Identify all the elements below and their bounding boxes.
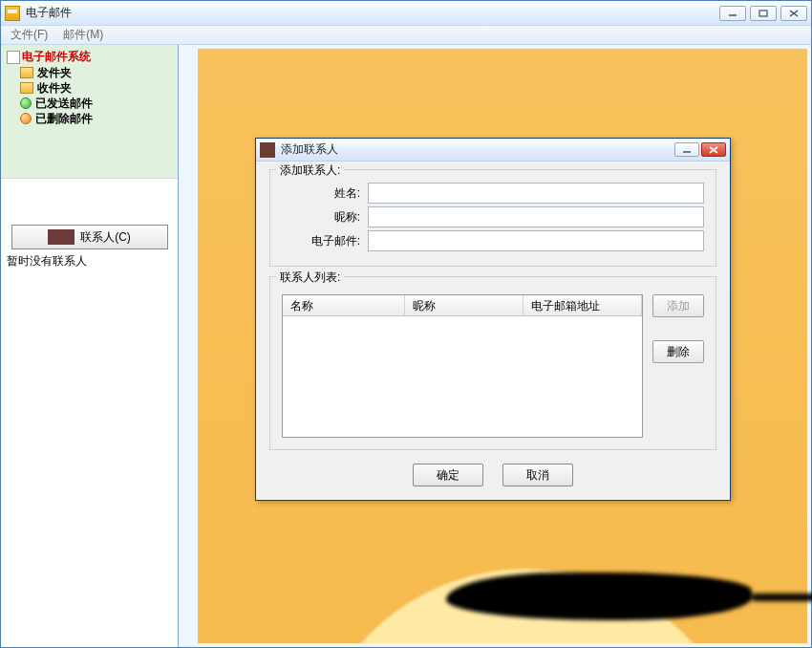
dialog-footer: 确定 取消 [269, 464, 716, 486]
main-window-controls [719, 6, 807, 21]
label-email: 电子邮件: [282, 233, 360, 249]
dialog-minimize-button[interactable] [674, 142, 699, 157]
close-button[interactable] [780, 6, 807, 21]
tree-item-label: 已发送邮件 [35, 96, 93, 111]
form-row-email: 电子邮件: [282, 230, 704, 251]
minimize-button[interactable] [719, 6, 746, 21]
cancel-button[interactable]: 取消 [502, 464, 573, 486]
deleted-icon [20, 113, 32, 124]
tree-root[interactable]: 电子邮件系统 [7, 49, 172, 65]
folder-icon [20, 67, 33, 78]
tree-item-inbox[interactable]: 收件夹 [20, 80, 172, 96]
tree-item-deleted[interactable]: 已删除邮件 [20, 111, 172, 126]
group-list-title: 联系人列表: [276, 270, 344, 286]
tree-item-outbox[interactable]: 发件夹 [20, 65, 172, 80]
dialog-close-button[interactable] [701, 142, 726, 157]
close-icon [789, 10, 799, 17]
col-nick[interactable]: 昵称 [405, 295, 524, 315]
group-add-title: 添加联系人: [276, 162, 344, 179]
root-icon [7, 51, 20, 64]
minimize-icon [682, 146, 692, 154]
folder-tree: 电子邮件系统 发件夹 收件夹 已发送邮件 已删除邮件 [1, 45, 178, 179]
contacts-empty-text: 暂时没有联系人 [1, 249, 178, 273]
input-email[interactable] [368, 230, 704, 251]
dialog-title-text: 添加联系人 [281, 141, 338, 158]
dialog-body: 添加联系人: 姓名: 昵称: 电子邮件: [256, 162, 730, 500]
input-nick[interactable] [368, 206, 704, 227]
sidebar: 电子邮件系统 发件夹 收件夹 已发送邮件 已删除邮件 [1, 45, 179, 647]
svg-rect-1 [759, 11, 767, 16]
main-titlebar[interactable]: 电子邮件 [1, 1, 811, 26]
menu-file[interactable]: 文件(F) [7, 26, 52, 44]
dialog-titlebar[interactable]: 添加联系人 [256, 139, 730, 162]
input-name[interactable] [368, 183, 704, 204]
ok-button[interactable]: 确定 [413, 464, 483, 486]
contacts-button-row: 联系人(C) [1, 179, 178, 249]
dialog-window-controls [674, 142, 726, 157]
folder-icon [20, 82, 33, 94]
remove-list-button[interactable]: 删除 [652, 340, 704, 363]
dialog-icon [260, 142, 275, 158]
menubar: 文件(F) 邮件(M) [1, 26, 811, 45]
menu-mail[interactable]: 邮件(M) [59, 26, 107, 44]
label-name: 姓名: [282, 185, 360, 202]
contacts-button-label: 联系人(C) [80, 229, 131, 246]
main-title: 电子邮件 [26, 5, 72, 21]
col-name[interactable]: 名称 [283, 295, 405, 315]
document-area: 添加联系人 添加联系人: 姓名: [179, 45, 811, 647]
add-contact-dialog: 添加联系人 添加联系人: 姓名: [255, 138, 731, 501]
list-side-buttons: 添加 删除 [652, 294, 704, 438]
group-add-contact: 添加联系人: 姓名: 昵称: 电子邮件: [269, 169, 716, 267]
maximize-button[interactable] [750, 6, 777, 21]
tree-item-label: 已删除邮件 [35, 111, 93, 126]
maximize-icon [759, 10, 768, 17]
tree-root-label: 电子邮件系统 [22, 49, 91, 65]
close-icon [709, 146, 718, 154]
contacts-button[interactable]: 联系人(C) [11, 225, 168, 249]
content-area: 电子邮件系统 发件夹 收件夹 已发送邮件 已删除邮件 [1, 45, 811, 647]
add-list-button[interactable]: 添加 [652, 294, 704, 317]
contact-table[interactable]: 名称 昵称 电子邮箱地址 [282, 294, 643, 438]
tree-item-sent[interactable]: 已发送邮件 [20, 96, 172, 111]
group-contact-list: 联系人列表: 名称 昵称 电子邮箱地址 添加 [269, 276, 716, 450]
sent-icon [20, 97, 32, 109]
mail-icon [5, 6, 20, 21]
background-graphic [446, 572, 752, 620]
main-window: 电子邮件 文件(F) 邮件(M) 电子邮件系统 [0, 0, 812, 648]
list-wrap: 名称 昵称 电子邮箱地址 添加 删除 [282, 294, 704, 438]
label-nick: 昵称: [282, 209, 360, 226]
form-row-name: 姓名: [282, 183, 704, 204]
tree-item-label: 收件夹 [37, 80, 72, 96]
avatar-icon [48, 229, 75, 245]
col-email[interactable]: 电子邮箱地址 [524, 295, 642, 315]
minimize-icon [728, 10, 737, 17]
tree-item-label: 发件夹 [37, 65, 72, 80]
table-header: 名称 昵称 电子邮箱地址 [283, 295, 642, 316]
form-row-nick: 昵称: [282, 206, 704, 227]
